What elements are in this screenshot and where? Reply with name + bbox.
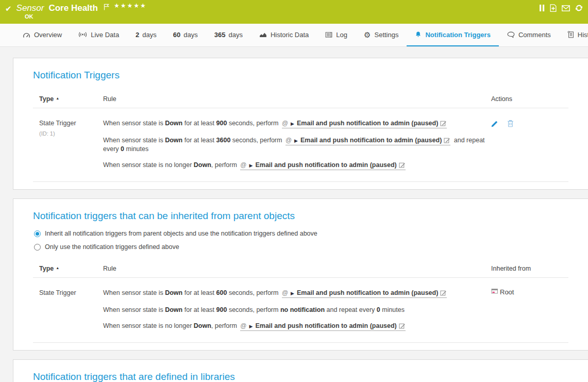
tab-comments[interactable]: Comments <box>499 24 559 46</box>
radio-option-inherit-all[interactable]: Inherit all notification triggers from p… <box>34 230 568 237</box>
inheritance-options: Inherit all notification triggers from p… <box>33 230 568 251</box>
status-check-icon: ✔ <box>5 5 12 12</box>
column-header-rule: Rule <box>103 263 491 278</box>
notification-action-link[interactable]: @▶Email and push notification to admin (… <box>240 322 405 331</box>
email-icon[interactable] <box>562 5 570 11</box>
edit-notification-icon[interactable] <box>444 138 450 145</box>
tab-live-data[interactable]: Live Data <box>70 24 127 46</box>
sort-asc-icon: ▲ <box>56 96 59 100</box>
radio-label: Inherit all notification triggers from p… <box>45 230 317 237</box>
tab-log[interactable]: Log <box>317 24 356 46</box>
radio-unselected-icon[interactable] <box>34 244 41 251</box>
tab-settings[interactable]: ⚙Settings <box>356 24 407 46</box>
trigger-type-cell: State Trigger <box>33 278 103 339</box>
trigger-rules-cell: When sensor state is Down for at least 9… <box>103 108 491 178</box>
edit-notification-icon[interactable] <box>399 162 406 170</box>
column-header-actions: Actions <box>491 93 568 108</box>
panel-title: Notification Triggers <box>33 70 568 81</box>
inherited-triggers-panel: Notification triggers that can be inheri… <box>13 198 588 351</box>
comment-icon <box>507 31 515 38</box>
contact-at-icon: @ <box>282 289 288 296</box>
notification-action-link[interactable]: @▶Email and push notification to admin (… <box>240 161 405 170</box>
edit-notification-icon[interactable] <box>399 323 406 330</box>
row-separator <box>33 181 568 182</box>
tab-label: Historic Data <box>271 31 309 39</box>
notification-action-link[interactable]: @▶Email and push notification to admin (… <box>285 137 450 145</box>
tab-notification-triggers[interactable]: Notification Triggers <box>407 24 498 46</box>
page-content: Notification Triggers Type▲ Rule Actions… <box>0 47 588 382</box>
notification-name[interactable]: Email and push notification to admin (pa… <box>255 161 396 169</box>
tab-number: 60 <box>173 31 180 39</box>
priority-stars[interactable]: ★★★★★ <box>114 2 147 9</box>
flag-icon[interactable] <box>104 4 109 10</box>
sensor-name: Core Health <box>48 3 97 13</box>
inherited-from-link[interactable]: Root <box>491 278 568 339</box>
header-toolbar <box>540 4 583 12</box>
tab-label: days <box>228 31 242 39</box>
column-header-type[interactable]: Type▲ <box>33 263 103 278</box>
contact-at-icon: @ <box>240 322 246 329</box>
inherited-from-name: Root <box>500 288 514 296</box>
tab-historic-data[interactable]: Historic Data <box>251 24 317 46</box>
radio-option-only-defined[interactable]: Only use the notification triggers defin… <box>34 243 568 251</box>
notification-triggers-panel: Notification Triggers Type▲ Rule Actions… <box>13 58 588 190</box>
library-triggers-panel: Notification triggers that are defined i… <box>13 359 588 382</box>
notification-action-link[interactable]: @▶Email and push notification to admin (… <box>282 289 447 298</box>
contact-at-icon: @ <box>282 120 288 127</box>
column-header-type[interactable]: Type▲ <box>33 93 103 108</box>
trigger-rules-cell: When sensor state is Down for at least 6… <box>103 278 491 339</box>
sort-asc-icon: ▲ <box>56 266 59 270</box>
edit-notification-icon[interactable] <box>440 121 447 128</box>
tab-label: days <box>183 31 197 39</box>
sensor-header: ✔ Sensor Core Health ★★★★★ OK <box>0 0 588 24</box>
action-play-icon: ▶ <box>291 291 294 296</box>
tab-overview[interactable]: Overview <box>14 24 70 46</box>
tab-2-days[interactable]: 2days <box>127 24 165 46</box>
trigger-rule: When sensor state is Down for at least 9… <box>103 120 491 128</box>
chart-icon <box>259 32 267 38</box>
trigger-type-cell: State Trigger(ID: 1) <box>33 108 103 178</box>
tab-number: 365 <box>214 31 226 39</box>
notification-name[interactable]: Email and push notification to admin (pa… <box>255 322 396 329</box>
tab-number: 2 <box>136 31 139 39</box>
contact-at-icon: @ <box>285 137 292 144</box>
tab-label: days <box>142 31 156 39</box>
notification-name[interactable]: Email and push notification to admin (pa… <box>297 289 438 296</box>
report-icon[interactable] <box>550 4 557 12</box>
triggers-table: Type▲ Rule Actions State Trigger(ID: 1)W… <box>33 93 568 182</box>
tab-60-days[interactable]: 60days <box>165 24 206 46</box>
tab-history[interactable]: History <box>559 24 588 46</box>
history-icon <box>567 31 574 38</box>
trigger-type: State Trigger <box>39 120 103 127</box>
gauge-icon <box>23 31 30 38</box>
trigger-actions-cell <box>491 108 568 178</box>
tab-label: History <box>578 31 588 39</box>
pause-icon[interactable] <box>540 5 545 11</box>
delete-trigger-icon[interactable] <box>507 120 514 127</box>
contact-at-icon: @ <box>240 161 246 169</box>
trigger-rule: When sensor state is no longer Down, per… <box>103 322 491 331</box>
action-play-icon: ▶ <box>291 121 294 126</box>
trigger-type: State Trigger <box>39 289 103 296</box>
gear-icon: ⚙ <box>364 31 371 39</box>
edit-notification-icon[interactable] <box>440 290 447 297</box>
tab-label: Notification Triggers <box>425 31 490 39</box>
tab-label: Log <box>336 31 347 39</box>
notification-name[interactable]: Email and push notification to admin (pa… <box>300 137 442 144</box>
prtg-sensor-page: ✔ Sensor Core Health ★★★★★ OK <box>0 0 588 382</box>
action-play-icon: ▶ <box>249 163 253 168</box>
notification-action-link[interactable]: @▶Email and push notification to admin (… <box>282 120 447 128</box>
tab-365-days[interactable]: 365days <box>206 24 251 46</box>
trigger-rule: When sensor state is no longer Down, per… <box>103 161 491 170</box>
sensor-tab-bar: OverviewLive Data2days60days365daysHisto… <box>0 24 588 47</box>
panel-title: Notification triggers that are defined i… <box>33 371 568 382</box>
panel-title: Notification triggers that can be inheri… <box>33 210 568 222</box>
tab-label: Settings <box>375 31 399 39</box>
refresh-icon[interactable] <box>575 4 583 12</box>
root-group-icon <box>491 288 498 296</box>
radio-selected-icon[interactable] <box>34 230 41 237</box>
bell-icon <box>415 31 422 38</box>
edit-trigger-icon[interactable] <box>491 120 499 127</box>
notification-name[interactable]: Email and push notification to admin (pa… <box>297 120 438 127</box>
tab-label: Live Data <box>91 31 119 39</box>
